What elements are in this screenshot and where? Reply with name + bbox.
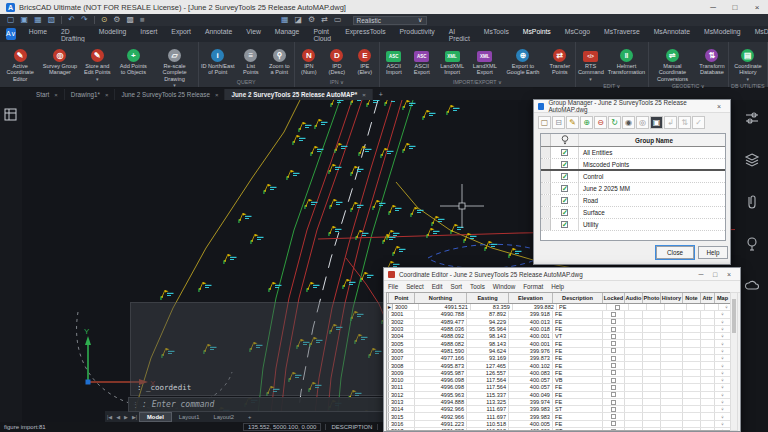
cell-attr[interactable] [701,392,715,398]
group-manager-tool-icon[interactable]: ✓ [692,116,705,129]
group-manager-tool-icon[interactable]: ▢ [538,116,551,129]
column-header-map[interactable]: Map [715,293,731,303]
locked-checkbox[interactable] [611,414,616,419]
group-visibility-checkbox[interactable]: ✓ [561,185,568,192]
group-row[interactable]: ✓Miscoded Points [541,159,725,171]
group-row[interactable]: ✓Surface [541,207,725,219]
table-row[interactable]: 30054988.08298.143400.001FE♀ [387,340,731,347]
cell-audio[interactable] [625,370,643,376]
locked-checkbox[interactable] [611,429,616,431]
cell-note[interactable] [683,348,701,354]
cell-note[interactable] [683,362,701,368]
table-row[interactable]: 30014990.78887.892399.918FE♀ [387,311,731,318]
cell-attr[interactable] [701,319,715,325]
ribbon-button-re-scale-complete-drawing[interactable]: ▱Re-scale Complete Drawing▾ [152,42,198,88]
column-header-attr[interactable]: Attr [701,293,715,303]
cell-photo[interactable] [643,340,661,346]
cell-locked[interactable] [603,333,625,339]
maximize-icon[interactable]: □ [708,271,722,278]
map-pin-icon[interactable]: ♀ [720,326,725,332]
group-row[interactable]: ✓June 2 2025 MM [541,183,725,195]
ribbon-button-landxml-export[interactable]: XMLLandXML Export [468,42,501,76]
document-tab[interactable]: June 2 SurveyTools 25 Release× [115,89,225,100]
cell-photo[interactable] [643,370,661,376]
cell-photo[interactable] [643,355,661,361]
cell-locked[interactable] [607,304,629,310]
document-tab[interactable]: Start× [30,89,65,100]
locked-checkbox[interactable] [611,392,616,397]
map-pin-icon[interactable]: ♀ [720,428,725,431]
cell-audio[interactable] [625,413,643,419]
locked-checkbox[interactable] [611,363,616,368]
group-manager-tool-icon[interactable]: ✎ [566,116,579,129]
cell-audio[interactable] [629,304,647,310]
cell-locked[interactable] [603,355,625,361]
cell-map[interactable]: ♀ [715,399,731,405]
cell-photo[interactable] [643,428,661,431]
cell-photo[interactable] [643,326,661,332]
table-row[interactable]: 30064981.59094.624399.976FE♀ [387,348,731,355]
cell-locked[interactable] [603,377,625,383]
group-row[interactable]: ✓Road [541,195,725,207]
group-visibility-checkbox[interactable]: ✓ [561,161,568,168]
row-selector[interactable] [541,147,551,158]
column-header-description[interactable]: Description [553,293,603,303]
layout-tab-layout2[interactable]: Layout2 [206,413,241,421]
table-row[interactable]: 30094995.987126.557400.083FE♀ [387,370,731,377]
cell-map[interactable]: ♀ [715,326,731,332]
cell-photo[interactable] [643,377,661,383]
group-visibility-checkbox[interactable]: ✓ [561,209,568,216]
cell-map[interactable]: ♀ [715,333,731,339]
menu-edit[interactable]: Edit [432,283,443,290]
balloon-icon[interactable] [744,236,760,256]
cell-audio[interactable] [625,326,643,332]
cell-attr[interactable] [701,326,715,332]
layout-tab-layout1[interactable]: Layout1 [172,413,207,421]
ribbon-button-ipn-num-[interactable]: NIPN (Num) [295,42,323,76]
layout-nav-button[interactable]: ▶| [132,414,137,420]
cell-map[interactable]: ♀ [715,377,731,383]
cell-note[interactable] [683,370,701,376]
column-header-photo[interactable]: Photo [643,293,661,303]
cell-attr[interactable] [701,406,715,412]
column-header-point[interactable]: Point [389,293,415,303]
row-selector[interactable] [541,219,551,230]
locked-checkbox[interactable] [611,348,616,353]
table-row[interactable]: 30104996.098117.564400.057VB♀ [387,377,731,384]
status-field[interactable]: DESCRIPTION [325,424,377,430]
ribbon-button-store-and-edit-points[interactable]: ✎Store and Edit Points▾ [79,42,115,82]
group-visibility-checkbox[interactable]: ✓ [561,149,568,156]
group-visibility-checkbox[interactable]: ✓ [561,221,568,228]
layout-tab-model[interactable]: Model [139,412,172,422]
cell-map[interactable]: ♀ [715,370,731,376]
cell-photo[interactable] [643,413,661,419]
cell-map[interactable]: ♀ [715,340,731,346]
cell-audio[interactable] [625,428,643,431]
ribbon-button-rts-command[interactable]: </>RTS Command▾ [576,42,605,82]
cell-attr[interactable] [701,362,715,368]
cell-note[interactable] [683,377,701,383]
cell-locked[interactable] [603,406,625,412]
group-manager-titlebar[interactable]: Group Manager - June 2 SurveyTools 25 Re… [534,100,730,113]
group-manager-tool-icon[interactable]: ⊕ [580,116,593,129]
group-manager-tool-icon[interactable]: ↻ [608,116,621,129]
cell-note[interactable] [683,340,701,346]
cell-map[interactable]: ♀ [715,421,731,427]
group-manager-tool-icon[interactable]: ↲ [664,116,677,129]
cell-note[interactable] [683,333,701,339]
locked-checkbox[interactable] [611,407,616,412]
locked-checkbox[interactable] [611,312,616,317]
group-row[interactable]: ✓Utility [541,219,725,231]
cell-audio[interactable] [625,340,643,346]
cell-locked[interactable] [603,326,625,332]
cell-locked[interactable] [603,392,625,398]
cell-history[interactable] [661,413,683,419]
layout-nav-button[interactable]: |◀ [107,414,112,420]
map-pin-icon[interactable]: ♀ [720,399,725,405]
cell-map[interactable]: ♀ [715,355,731,361]
panel-grid-icon[interactable] [4,108,18,122]
cell-attr[interactable] [701,370,715,376]
cell-map[interactable]: ♀ [715,428,731,431]
cell-history[interactable] [661,333,683,339]
cell-note[interactable] [683,326,701,332]
